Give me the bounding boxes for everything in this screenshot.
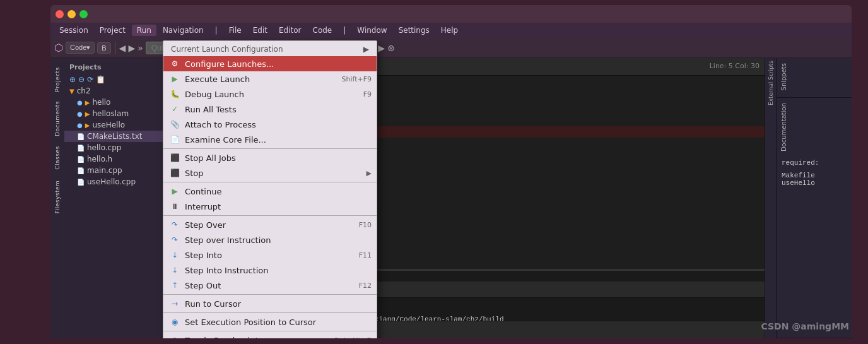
menu-project[interactable]: Project <box>95 25 131 36</box>
menu-code[interactable]: Code <box>308 25 337 36</box>
documentation-label[interactable]: Documentation <box>779 100 789 154</box>
sidebar-documents[interactable]: Documents <box>51 100 64 138</box>
snippets-section: Snippets <box>777 58 852 98</box>
circle-icon: ● <box>77 110 83 117</box>
projects-label: Projects <box>54 67 61 92</box>
menu-shortcut: F9 <box>363 90 372 98</box>
folder-icon: ▶ <box>85 99 90 106</box>
cpp-file-icon3: 📄 <box>77 179 85 186</box>
menu-header-arrow: ▶ <box>363 45 369 54</box>
menu-help[interactable]: Help <box>436 25 463 36</box>
menu-toggle-breakpoint[interactable]: ● Toggle Breakpoint Ctrl+Alt+B <box>163 333 377 338</box>
ide-window: Session Project Run Navigation | File Ed… <box>50 5 852 338</box>
menu-session[interactable]: Session <box>54 25 93 36</box>
tree-item-label: hello.cpp <box>87 143 121 152</box>
menu-step-out[interactable]: ↑ Step Out F12 <box>163 278 377 293</box>
menu-editor[interactable]: Editor <box>274 25 307 36</box>
external-scripts-label[interactable]: External Scripts <box>768 61 774 105</box>
attach-icon: 📎 <box>168 119 181 129</box>
menu-step-into-instruction[interactable]: ↓ Step Into Instruction <box>163 263 377 278</box>
continue-icon: ▶ <box>168 186 181 196</box>
menu-item-label: Execute Launch <box>185 74 337 84</box>
menu-item-label: Step over Instruction <box>185 235 372 245</box>
interrupt-icon: ⏸ <box>168 201 181 211</box>
tree-item-label: hello.h <box>87 155 112 163</box>
bookmark-icon[interactable]: ⊛ <box>387 43 395 53</box>
menu-continue[interactable]: ▶ Continue <box>163 184 377 199</box>
code-dropdown-button[interactable]: Code▾ <box>66 42 95 54</box>
menu-step-over[interactable]: ↷ Step Over F10 <box>163 217 377 232</box>
documents-label: Documents <box>54 101 61 136</box>
menu-sep2: | <box>338 25 351 36</box>
menu-item-label: Attach to Process <box>185 120 372 129</box>
menu-debug-launch[interactable]: 🐛 Debug Launch F9 <box>163 86 377 102</box>
toolbar-separator <box>115 42 115 54</box>
menu-item-label: Step Into Instruction <box>185 266 372 275</box>
step-out-icon: ↑ <box>168 280 181 290</box>
menu-item-label: Step Into <box>185 251 355 260</box>
menu-run-all-tests[interactable]: ✓ Run All Tests <box>163 102 377 117</box>
arrow-left-icon[interactable]: ◀ <box>119 43 126 53</box>
menu-examine-core[interactable]: 📄 Examine Core File... <box>163 132 377 147</box>
run-cursor-icon: → <box>168 299 181 309</box>
menu-set-execution-position[interactable]: ◉ Set Execution Position to Cursor <box>163 314 377 329</box>
folder-icon: ▶ <box>85 122 90 129</box>
maximize-button[interactable] <box>79 10 88 18</box>
snippets-label[interactable]: Snippets <box>779 61 789 93</box>
configure-icon: ⚙ <box>168 59 181 69</box>
double-angle-icon[interactable]: » <box>138 43 143 53</box>
tree-item-label: ch2 <box>77 86 91 95</box>
menu-navigation[interactable]: Navigation <box>158 25 209 36</box>
menu-run[interactable]: Run <box>132 25 156 36</box>
execute-icon: ▶ <box>168 74 181 84</box>
menu-separator <box>163 294 377 295</box>
menu-shortcut: Shift+F9 <box>341 75 372 83</box>
cmake-icon: 📄 <box>77 133 85 140</box>
doc-content: Makefile useHello <box>779 169 849 189</box>
doc-required: required: <box>779 157 849 169</box>
test-icon: ✓ <box>168 104 181 114</box>
b-button[interactable]: B <box>97 42 110 54</box>
debug-icon: 🐛 <box>168 89 181 99</box>
tree-item-label: main.cpp <box>87 166 122 175</box>
menu-step-over-instruction[interactable]: ↷ Step over Instruction <box>163 232 377 247</box>
menu-edit[interactable]: Edit <box>248 25 273 36</box>
menu-run-to-cursor[interactable]: → Run to Cursor <box>163 296 377 311</box>
menu-separator <box>163 215 377 216</box>
menu-separator <box>163 312 377 313</box>
menu-execute-launch[interactable]: ▶ Execute Launch Shift+F9 <box>163 71 377 86</box>
sidebar-projects[interactable]: Projects <box>51 61 64 98</box>
menu-stop[interactable]: ⬛ Stop ▶ <box>163 165 377 181</box>
menu-item-label: Interrupt <box>185 202 372 211</box>
app-icon: ⬡ <box>54 42 63 54</box>
documentation-section: Documentation required: Makefile useHell… <box>777 98 852 338</box>
stop-icon: ⬛ <box>168 168 181 178</box>
sidebar-classes[interactable]: Classes <box>51 139 64 177</box>
menu-item-label: Step Over <box>185 220 355 230</box>
menu-file[interactable]: File <box>224 25 247 36</box>
step-over-icon: ↷ <box>168 220 181 230</box>
tree-item-label: helloslam <box>92 109 129 118</box>
menu-settings[interactable]: Settings <box>394 25 435 36</box>
right-panel: Snippets Documentation required: Makefil… <box>776 58 852 338</box>
menu-stop-all-jobs[interactable]: ⬛ Stop All Jobs <box>163 150 377 165</box>
tree-item-label: CMakeLists.txt <box>87 132 143 141</box>
cpp-file-icon2: 📄 <box>77 167 85 174</box>
menu-sep1: | <box>210 25 223 36</box>
minimize-button[interactable] <box>67 10 76 18</box>
close-button[interactable] <box>56 10 64 18</box>
folder-icon: ▶ <box>85 110 90 117</box>
menu-interrupt[interactable]: ⏸ Interrupt <box>163 199 377 214</box>
func-forward-icon[interactable]: ▶ <box>378 43 385 53</box>
menu-separator <box>163 182 377 182</box>
arrow-right-icon[interactable]: ▶ <box>128 43 135 53</box>
menu-step-into[interactable]: ↓ Step Into F11 <box>163 247 377 263</box>
menu-separator <box>163 331 377 331</box>
menu-window[interactable]: Window <box>352 25 392 36</box>
menu-configure-launches[interactable]: ⚙ Configure Launches... <box>163 56 377 71</box>
sidebar-filesystem[interactable]: Filesystem <box>51 178 64 216</box>
folder-icon: ▼ <box>69 88 74 95</box>
menu-item-label: Toggle Breakpoint <box>185 336 330 339</box>
menu-attach-process[interactable]: 📎 Attach to Process <box>163 117 377 132</box>
tree-item-label: useHello.cpp <box>87 177 136 186</box>
